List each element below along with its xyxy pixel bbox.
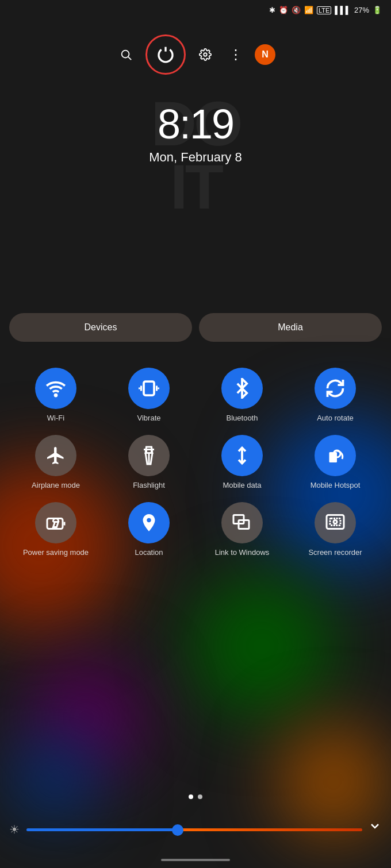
location-tile-icon: [128, 502, 170, 543]
clock-section: 8:19 Mon, February 8: [0, 101, 391, 165]
chevron-down-button[interactable]: [368, 819, 382, 836]
flashlight-tile-icon: [128, 435, 170, 476]
page-dot-1: [189, 794, 193, 799]
svg-point-22: [334, 520, 337, 523]
bluetooth-status-icon: ✱: [269, 6, 275, 14]
svg-line-1: [128, 57, 131, 60]
settings-button[interactable]: [195, 44, 216, 65]
more-options-button[interactable]: ⋮: [225, 44, 246, 65]
tile-wifi[interactable]: Wi-Fi: [18, 368, 93, 423]
wifi-tile-icon: [35, 368, 76, 409]
windows-tile-label: Link to Windows: [215, 548, 270, 558]
tile-mobiledata[interactable]: Mobile data: [205, 435, 279, 491]
screenrecord-tile-icon: [315, 502, 356, 543]
tile-powersave[interactable]: Power saving mode: [18, 502, 93, 558]
powersave-tile-icon: [35, 502, 76, 543]
brightness-row: ☀: [9, 823, 362, 836]
bg-blob-6: [12, 736, 98, 822]
tile-hotspot[interactable]: Mobile Hotspot: [298, 435, 373, 491]
screenrecord-tile-label: Screen recorder: [308, 548, 362, 558]
alarm-status-icon: ⏰: [279, 6, 288, 14]
brightness-icon: ☀: [9, 823, 20, 836]
qs-header-icons: ⋮ N: [116, 34, 275, 75]
svg-point-3: [55, 395, 57, 396]
mobiledata-tile-label: Mobile data: [223, 481, 261, 491]
clock-date: Mon, February 8: [0, 150, 391, 165]
svg-point-2: [204, 53, 207, 56]
location-tile-label: Location: [135, 548, 163, 558]
hotspot-tile-label: Mobile Hotspot: [310, 481, 361, 491]
mobiledata-tile-icon: [221, 435, 263, 476]
autorotate-tile-label: Auto rotate: [317, 414, 354, 423]
tiles-row-2: Airplane mode Flashlight Mobile data: [9, 435, 382, 491]
tile-windows[interactable]: Link to Windows: [205, 502, 279, 558]
brightness-slider[interactable]: [26, 828, 362, 831]
tile-screenrecord[interactable]: Screen recorder: [298, 502, 373, 558]
page-indicators: [0, 794, 391, 799]
hotspot-tile-icon: [315, 435, 356, 476]
tiles-section: Wi-Fi Vibrate Bluetooth: [9, 368, 382, 569]
svg-rect-4: [144, 381, 154, 395]
tile-airplane[interactable]: Airplane mode: [18, 435, 93, 491]
tiles-row-3: Power saving mode Location Link to Windo…: [9, 502, 382, 558]
power-button[interactable]: [145, 34, 186, 75]
wifi-tile-label: Wi-Fi: [47, 414, 64, 423]
brightness-thumb[interactable]: [172, 824, 183, 836]
battery-icon: 🔋: [373, 6, 382, 14]
search-button[interactable]: [116, 44, 136, 65]
bg-blob-4: [29, 661, 144, 776]
airplane-tile-icon: [35, 435, 76, 476]
avatar-button[interactable]: N: [255, 44, 275, 65]
avatar-label: N: [262, 49, 269, 60]
svg-point-0: [122, 51, 129, 58]
signal-bars-icon: ▌▌▌: [335, 6, 351, 14]
windows-tile-icon: [221, 502, 263, 543]
media-button[interactable]: Media: [199, 313, 382, 342]
wifi-status-icon: 📶: [304, 6, 313, 14]
status-bar: ✱ ⏰ 🔇 📶 LTE ▌▌▌ 27% 🔋: [269, 6, 382, 14]
vibrate-tile-label: Vibrate: [137, 414, 161, 423]
bluetooth-tile-label: Bluetooth: [227, 414, 258, 423]
mute-status-icon: 🔇: [292, 6, 301, 14]
tile-autorotate[interactable]: Auto rotate: [298, 368, 373, 423]
bg-blob-3: [190, 574, 334, 718]
page-dot-2: [198, 794, 202, 799]
tile-vibrate[interactable]: Vibrate: [112, 368, 186, 423]
bluetooth-tile-icon: [221, 368, 263, 409]
brightness-fill-blue: [26, 828, 178, 831]
tile-bluetooth[interactable]: Bluetooth: [205, 368, 279, 423]
device-media-row: Devices Media: [9, 313, 382, 342]
vibrate-tile-icon: [128, 368, 170, 409]
lte-badge: LTE: [317, 6, 331, 14]
tiles-row-1: Wi-Fi Vibrate Bluetooth: [9, 368, 382, 423]
devices-button[interactable]: Devices: [9, 313, 192, 342]
clock-time: 8:19: [0, 101, 391, 148]
flashlight-tile-label: Flashlight: [133, 481, 165, 491]
battery-level: 27%: [354, 6, 369, 14]
bottom-home-bar: [161, 859, 230, 861]
tile-location[interactable]: Location: [112, 502, 186, 558]
qs-header: ⋮ N: [0, 34, 391, 75]
brightness-fill-orange: [178, 828, 362, 831]
autorotate-tile-icon: [315, 368, 356, 409]
tile-flashlight[interactable]: Flashlight: [112, 435, 186, 491]
powersave-tile-label: Power saving mode: [23, 548, 89, 558]
airplane-tile-label: Airplane mode: [32, 481, 80, 491]
